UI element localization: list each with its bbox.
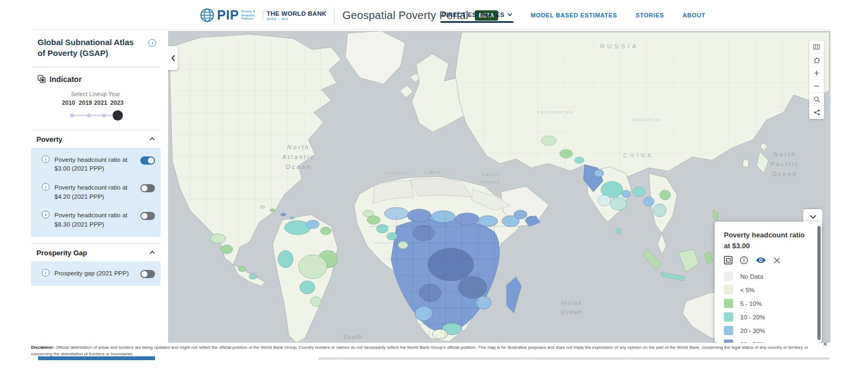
gsap-info-icon[interactable]: i: [148, 39, 156, 47]
pip-wordmark: PIP: [217, 8, 239, 23]
year-slider-label: Select Lineup Year: [31, 91, 160, 97]
indicator-row-4.20: i Poverty headcount ratio at $4.20 (2021…: [36, 183, 155, 201]
pip-tagline: Poverty & Inequality Platform: [241, 10, 259, 21]
legend-title: Poverty headcount ratio at $3.00: [724, 230, 808, 251]
info-icon[interactable]: i: [42, 269, 49, 277]
nav-model-based-estimates[interactable]: MODEL BASED ESTIMATES: [530, 8, 618, 22]
disclaimer-prefix: Disclaimer:: [31, 345, 54, 350]
legend-row-no-data: No Data: [724, 272, 814, 281]
nav-about[interactable]: ABOUT: [681, 8, 706, 22]
disclaimer-line1: Official delimitation of areas and borde…: [55, 345, 808, 350]
chevron-up-icon: [150, 136, 155, 142]
legend-panel: Poverty headcount ratio at $3.00: [715, 222, 822, 343]
legend-row-20-30: 20 - 30%: [724, 326, 814, 335]
legend-scrollbar[interactable]: [817, 226, 821, 340]
year-slider-dot-2010[interactable]: [70, 114, 74, 117]
year-ticks: 2010 2019 2021 2023: [31, 99, 160, 108]
close-icon[interactable]: [773, 257, 780, 264]
legend-row-5-10: 5 - 10%: [724, 299, 814, 308]
year-slider-dot-2021[interactable]: [102, 114, 106, 117]
poverty-panel: i Poverty headcount ratio at $3.00 (2021…: [31, 148, 160, 237]
sidebar: Global Subnational Atlas of Poverty (GSA…: [31, 32, 160, 286]
info-icon[interactable]: i: [42, 183, 49, 191]
indicator-row-8.30: i Poverty headcount ratio at $8.30 (2021…: [36, 211, 155, 229]
sidebar-collapse-button[interactable]: [168, 46, 178, 70]
horizontal-scrollbar-thumb[interactable]: [38, 356, 155, 360]
minus-icon: [814, 83, 820, 89]
legend-row-30-50: 30 - 50%: [724, 340, 814, 343]
info-icon[interactable]: i: [42, 155, 49, 163]
logo-divider-large: [334, 7, 334, 23]
legend-row-lt5: < 5%: [724, 285, 814, 294]
legend-swatch: [724, 272, 733, 281]
share-icon: [814, 109, 820, 116]
header-divider: [31, 29, 830, 30]
basemap-button[interactable]: [809, 41, 824, 54]
legend-swatch: [724, 340, 733, 343]
main-nav: DIRECT ESTIMATES MODEL BASED ESTIMATES S…: [441, 0, 706, 29]
chevron-up-icon: [150, 250, 155, 255]
section-header-prosperity-gap[interactable]: Prosperity Gap: [31, 243, 160, 261]
year-slider: [31, 109, 160, 123]
sidebar-title: Global Subnational Atlas of Poverty (GSA…: [38, 37, 138, 59]
search-button[interactable]: [809, 93, 824, 106]
legend-items: No Data < 5% 5 - 10% 10 - 20%: [724, 272, 814, 343]
indicator-row-prosperity-gap: i Prosperity gap (2021 PPP): [36, 269, 155, 278]
plus-icon: [814, 70, 820, 76]
world-bank-logo: THE WORLD BANK IBRD - IDA: [266, 10, 326, 21]
pip-globe-icon: [200, 8, 214, 22]
home-button[interactable]: [809, 54, 824, 67]
header: PIP Poverty & Inequality Platform THE WO…: [0, 0, 868, 29]
year-2021[interactable]: 2021: [92, 99, 109, 106]
legend-swatch: [724, 326, 733, 335]
geospatial-poverty-portal: PIP Poverty & Inequality Platform THE WO…: [0, 0, 868, 377]
nav-stories[interactable]: STORIES: [635, 8, 665, 22]
indicator-row-3.00: i Poverty headcount ratio at $3.00 (2021…: [36, 155, 155, 173]
eye-icon[interactable]: [755, 256, 766, 264]
legend-swatch: [724, 312, 733, 322]
year-2010[interactable]: 2010: [60, 99, 77, 106]
raster-grid-icon[interactable]: [724, 256, 733, 265]
toggle-poverty-4.20[interactable]: [140, 184, 155, 192]
legend-row-10-20: 10 - 20%: [724, 312, 814, 322]
legend-swatch: [724, 299, 733, 308]
legend-toolbar: [724, 256, 814, 265]
year-slider-dot-2019[interactable]: [87, 114, 91, 117]
map-container: RUSSIA North Atlantic Ocean North Pacifi…: [168, 31, 830, 343]
indicator-heading: Indicator: [49, 75, 82, 84]
toggle-prosperity-gap[interactable]: [140, 270, 155, 278]
basemap-icon: [813, 44, 820, 50]
chevron-down-icon: [507, 12, 512, 17]
indicator-layers-icon: [38, 75, 46, 83]
share-button[interactable]: [809, 106, 824, 119]
prosperity-gap-panel: i Prosperity gap (2021 PPP): [31, 261, 160, 286]
logo-divider-small: [263, 10, 263, 20]
section-header-poverty[interactable]: Poverty: [31, 130, 160, 148]
toggle-poverty-3.00[interactable]: [140, 156, 155, 165]
map-toolbar: [809, 41, 824, 119]
info-icon[interactable]: [740, 256, 748, 265]
chevron-left-icon: [171, 55, 176, 61]
year-slider-thumb-2023[interactable]: [113, 110, 123, 121]
home-icon: [814, 57, 820, 64]
toggle-poverty-8.30[interactable]: [140, 212, 155, 220]
disclaimer-line2: concerning the delimitation of frontiers…: [31, 351, 134, 356]
horizontal-scrollbar-track[interactable]: [318, 357, 830, 360]
zoom-in-button[interactable]: [809, 67, 824, 80]
zoom-out-button[interactable]: [809, 80, 824, 93]
legend-swatch: [724, 285, 733, 294]
search-icon: [814, 96, 820, 103]
chevron-down-icon: [810, 215, 816, 219]
info-icon[interactable]: i: [42, 211, 49, 218]
disclaimer: Disclaimer: Official delimitation of are…: [31, 344, 822, 357]
disclaimer-close-icon[interactable]: ✕: [823, 341, 827, 347]
year-2023[interactable]: 2023: [108, 99, 126, 106]
nav-direct-estimates[interactable]: DIRECT ESTIMATES: [441, 7, 513, 23]
